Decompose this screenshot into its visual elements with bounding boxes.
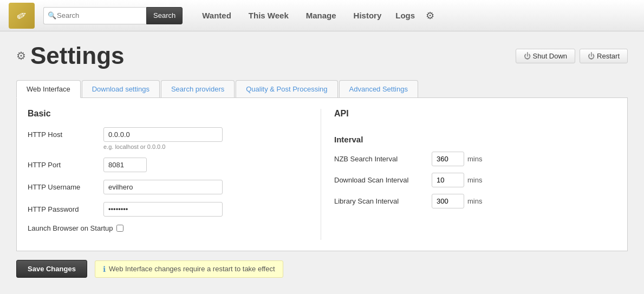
- http-host-hint: e.g. localhost or 0.0.0.0: [103, 143, 223, 150]
- download-scan-label: Download Scan Interval: [334, 176, 432, 184]
- http-port-label: HTTP Port: [28, 158, 103, 169]
- library-scan-label: Library Scan Interval: [334, 197, 432, 205]
- http-username-label: HTTP Username: [28, 180, 103, 191]
- download-scan-input[interactable]: [432, 173, 464, 187]
- search-area: 🔍 Search: [43, 7, 183, 24]
- http-port-input[interactable]: [103, 158, 147, 172]
- settings-panel: Basic HTTP Host e.g. localhost or 0.0.0.…: [16, 98, 628, 251]
- notice-box: ℹ Web Interface changes require a restar…: [95, 260, 283, 278]
- nzb-interval-input[interactable]: [432, 152, 464, 166]
- nav-links: Wanted This Week Manage History Logs ⚙: [193, 0, 639, 31]
- settings-tabs: Web Interface Download settings Search p…: [16, 80, 628, 98]
- library-scan-unit: mins: [467, 197, 482, 205]
- notice-text: Web Interface changes require a restart …: [109, 265, 275, 273]
- top-navigation: 🔍 Search Wanted This Week Manage History…: [0, 0, 644, 31]
- settings-icon: ⚙: [16, 49, 26, 62]
- search-icon: 🔍: [48, 11, 56, 19]
- info-icon: ℹ: [103, 265, 106, 273]
- tab-search-providers[interactable]: Search providers: [161, 80, 235, 97]
- settings-header: ⚙ Settings ⏻ Shut Down ⏻ Restart: [16, 42, 628, 69]
- search-button[interactable]: Search: [146, 7, 183, 24]
- http-username-row: HTTP Username: [28, 180, 310, 194]
- restart-power-icon: ⏻: [588, 52, 595, 60]
- settings-gear-icon[interactable]: ⚙: [420, 0, 440, 31]
- nav-history[interactable]: History: [345, 1, 391, 30]
- download-scan-unit: mins: [467, 176, 482, 184]
- tab-web-interface[interactable]: Web Interface: [16, 80, 81, 98]
- launch-browser-row: Launch Browser on Startup: [28, 224, 310, 232]
- page-content: ⚙ Settings ⏻ Shut Down ⏻ Restart Web Int…: [0, 31, 644, 294]
- interval-title: Interval: [334, 135, 616, 144]
- save-bar: Save Changes ℹ Web Interface changes req…: [16, 260, 628, 278]
- http-host-row: HTTP Host e.g. localhost or 0.0.0.0: [28, 127, 310, 150]
- nzb-interval-row: NZB Search Interval mins: [334, 152, 616, 166]
- http-host-input[interactable]: [103, 127, 223, 142]
- nzb-interval-label: NZB Search Interval: [334, 155, 432, 163]
- save-changes-button[interactable]: Save Changes: [16, 260, 87, 278]
- nav-manage[interactable]: Manage: [297, 1, 345, 30]
- http-password-row: HTTP Password: [28, 202, 310, 217]
- nav-wanted[interactable]: Wanted: [193, 1, 240, 30]
- nav-logs[interactable]: Logs: [390, 1, 420, 30]
- http-password-input[interactable]: [103, 202, 223, 217]
- basic-section-title: Basic: [28, 109, 310, 119]
- shutdown-button[interactable]: ⏻ Shut Down: [516, 49, 576, 63]
- settings-title-area: ⚙ Settings: [16, 42, 125, 69]
- logo[interactable]: [5, 0, 38, 31]
- shutdown-power-icon: ⏻: [524, 52, 531, 60]
- basic-section: Basic HTTP Host e.g. localhost or 0.0.0.…: [28, 109, 321, 240]
- nav-this-week[interactable]: This Week: [240, 1, 297, 30]
- launch-browser-checkbox[interactable]: [116, 225, 123, 232]
- api-section: API Interval NZB Search Interval mins Do…: [321, 109, 616, 240]
- http-host-label: HTTP Host: [28, 127, 103, 139]
- tab-advanced-settings[interactable]: Advanced Settings: [339, 80, 418, 97]
- library-scan-input[interactable]: [432, 194, 464, 208]
- restart-button[interactable]: ⏻ Restart: [580, 49, 628, 63]
- http-username-input[interactable]: [103, 180, 223, 194]
- http-password-label: HTTP Password: [28, 202, 103, 213]
- header-buttons: ⏻ Shut Down ⏻ Restart: [516, 49, 628, 63]
- app-logo: [9, 3, 35, 29]
- api-section-title: API: [334, 109, 616, 119]
- page-title: Settings: [30, 42, 125, 69]
- download-scan-row: Download Scan Interval mins: [334, 173, 616, 187]
- nzb-interval-unit: mins: [467, 155, 482, 163]
- search-input[interactable]: [43, 7, 146, 24]
- library-scan-row: Library Scan Interval mins: [334, 194, 616, 208]
- tab-quality-post-processing[interactable]: Quality & Post Processing: [236, 80, 337, 97]
- launch-browser-label: Launch Browser on Startup: [28, 224, 113, 232]
- tab-download-settings[interactable]: Download settings: [82, 80, 160, 97]
- http-port-row: HTTP Port: [28, 158, 310, 172]
